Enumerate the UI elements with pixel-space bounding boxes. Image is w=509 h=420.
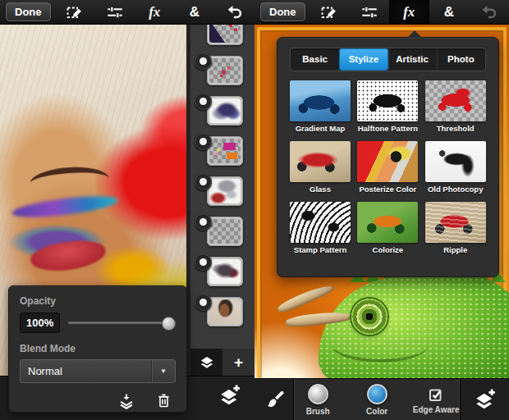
fx-effects-popup: Basic Stylize Artistic Photo Gradient Ma… xyxy=(277,37,499,277)
layer-thumbnail[interactable] xyxy=(207,136,243,166)
effects-grid: Gradient Map Halftone Pattern Threshold … xyxy=(277,71,498,254)
layer-item-4[interactable] xyxy=(207,136,243,166)
portrait-eyeshadow-shape xyxy=(11,192,118,221)
portrait-eyebrow-shape xyxy=(30,163,111,197)
ampersand-icon: & xyxy=(444,4,454,21)
effect-label: Posterize Color xyxy=(357,185,418,194)
effect-thumbnail xyxy=(425,141,486,182)
adjustments-icon xyxy=(106,3,124,21)
effect-item-stamp-pattern[interactable]: Stamp Pattern xyxy=(290,202,351,254)
opacity-value[interactable]: 100% xyxy=(20,313,60,333)
effect-item-ripple[interactable]: Ripple xyxy=(425,202,486,254)
effect-thumbnail xyxy=(357,80,418,121)
layers-panel-button[interactable] xyxy=(190,349,222,376)
fx-tool-button-active[interactable]: fx xyxy=(389,0,429,24)
marquee-pencil-icon xyxy=(66,3,84,21)
dropdown-caret-button[interactable]: ▼ xyxy=(151,360,175,382)
merge-down-icon xyxy=(117,392,135,410)
layers-panel xyxy=(186,25,254,349)
merge-down-button[interactable] xyxy=(117,392,135,413)
layer-thumbnail[interactable] xyxy=(207,176,243,206)
effect-item-gradient-map[interactable]: Gradient Map xyxy=(290,80,351,133)
layer-item-2[interactable] xyxy=(207,56,243,85)
text-tool-button[interactable]: & xyxy=(175,0,215,24)
visibility-dot-icon xyxy=(199,138,207,145)
marquee-tool-button[interactable] xyxy=(310,0,350,24)
layer-thumbnail[interactable] xyxy=(207,96,243,126)
layer-panel-toggle-button[interactable] xyxy=(461,379,509,420)
layer-thumbnail[interactable] xyxy=(207,217,243,246)
layer-thumbnail-art xyxy=(209,299,241,324)
blend-mode-dropdown[interactable]: Normal ▼ xyxy=(20,359,176,383)
adjustments-tool-button[interactable] xyxy=(94,0,135,24)
layer-visibility-toggle[interactable] xyxy=(195,294,212,311)
marquee-tool-button[interactable] xyxy=(55,0,95,24)
opacity-slider[interactable] xyxy=(68,317,176,330)
layer-item-1[interactable] xyxy=(207,25,243,45)
trash-icon xyxy=(155,392,172,409)
effect-thumbnail xyxy=(357,141,418,182)
effect-item-halftone-pattern[interactable]: Halftone Pattern xyxy=(357,80,418,133)
visibility-dot-icon xyxy=(199,258,207,266)
fx-tool-button[interactable]: fx xyxy=(135,0,175,24)
layer-thumbnail[interactable] xyxy=(207,25,243,45)
layer-panel-toggle-button[interactable] xyxy=(218,383,242,411)
brush-icon xyxy=(264,389,285,410)
layer-visibility-toggle[interactable] xyxy=(195,133,212,150)
effect-label: Ripple xyxy=(425,245,486,254)
brush-size-option[interactable]: Brush xyxy=(294,384,342,416)
done-button[interactable]: Done xyxy=(6,2,51,21)
layer-thumbnail[interactable] xyxy=(207,257,243,286)
adjustments-tool-button[interactable] xyxy=(349,0,389,24)
effect-label: Stamp Pattern xyxy=(290,245,351,254)
brush-options-section: Brush Color Edge Aware xyxy=(294,379,461,420)
brush-tool-button[interactable] xyxy=(254,379,294,420)
visibility-dot-icon xyxy=(199,178,207,185)
effect-item-threshold[interactable]: Threshold xyxy=(425,80,486,133)
layer-visibility-toggle[interactable] xyxy=(195,213,212,231)
tab-photo[interactable]: Photo xyxy=(437,48,485,71)
layer-item-5[interactable] xyxy=(207,176,243,206)
layer-item-7[interactable] xyxy=(207,257,243,286)
layer-thumbnail[interactable] xyxy=(207,56,243,85)
tab-basic[interactable]: Basic xyxy=(291,48,339,71)
layer-thumbnail-art xyxy=(209,259,241,284)
blend-mode-value: Normal xyxy=(21,360,151,382)
undo-icon xyxy=(480,3,498,21)
effect-item-glass[interactable]: Glass xyxy=(290,141,351,194)
delete-layer-button[interactable] xyxy=(155,392,172,413)
tab-artistic[interactable]: Artistic xyxy=(388,48,437,71)
screen-left-editor: Done fx & xyxy=(0,0,254,420)
layer-item-3[interactable] xyxy=(207,96,243,126)
edge-aware-option[interactable]: Edge Aware xyxy=(412,385,460,414)
layer-thumbnail-art xyxy=(209,58,241,83)
done-button[interactable]: Done xyxy=(260,2,305,21)
tab-stylize-selected[interactable]: Stylize xyxy=(339,48,387,71)
layer-visibility-toggle[interactable] xyxy=(195,173,212,190)
layer-item-8[interactable] xyxy=(207,297,243,326)
effect-item-posterize-color[interactable]: Posterize Color xyxy=(357,141,418,194)
layer-visibility-toggle[interactable] xyxy=(195,253,212,271)
layer-visibility-toggle[interactable] xyxy=(195,93,212,110)
layer-visibility-toggle[interactable] xyxy=(195,52,212,70)
opacity-slider-thumb[interactable] xyxy=(162,317,176,331)
effect-item-old-photocopy[interactable]: Old Photocopy xyxy=(425,141,486,194)
undo-button-disabled[interactable] xyxy=(469,0,509,24)
add-layer-stack-icon xyxy=(218,383,242,408)
effect-thumbnail xyxy=(290,141,351,182)
fx-icon: fx xyxy=(403,4,415,21)
add-layer-button[interactable]: + xyxy=(222,349,254,376)
text-tool-button[interactable]: & xyxy=(429,0,470,24)
layer-thumbnail-art xyxy=(209,139,241,163)
layer-item-6[interactable] xyxy=(207,217,243,246)
effect-item-colorize[interactable]: Colorize xyxy=(357,202,418,254)
blend-mode-label: Blend Mode xyxy=(20,343,176,354)
effect-thumbnail xyxy=(290,80,351,121)
undo-button[interactable] xyxy=(214,0,254,24)
color-option[interactable]: Color xyxy=(353,384,401,416)
fx-tab-bar: Basic Stylize Artistic Photo xyxy=(290,48,486,71)
effect-label: Halftone Pattern xyxy=(357,124,418,133)
marquee-pencil-icon xyxy=(320,3,338,21)
effect-thumbnail xyxy=(425,80,486,121)
layer-thumbnail[interactable] xyxy=(207,297,243,326)
